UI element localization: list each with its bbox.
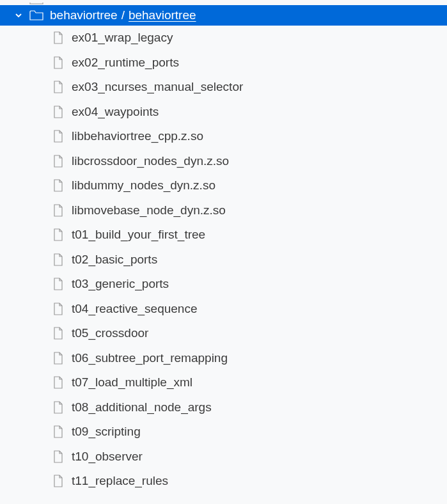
tree-file-row[interactable]: t01_build_your_first_tree [0,223,447,248]
file-label: t06_subtree_port_remapping [72,351,228,365]
chevron-down-icon [13,10,24,21]
breadcrumb-segment[interactable]: behaviortree [129,8,196,22]
file-icon [52,400,64,414]
tree-file-row[interactable]: t03_generic_ports [0,272,447,297]
file-label: ex02_runtime_ports [72,56,179,70]
file-icon [52,302,64,316]
folder-icon [29,10,43,21]
file-icon [52,178,64,193]
file-label: ex03_ncurses_manual_selector [72,80,243,94]
tree-file-row[interactable]: libbehaviortree_cpp.z.so [0,124,447,149]
file-label: libcrossdoor_nodes_dyn.z.so [72,154,229,168]
file-label: ex04_waypoints [72,105,159,119]
file-icon [52,474,64,488]
file-label: t08_additional_node_args [72,400,212,414]
file-icon [52,154,64,168]
tree-file-row[interactable]: libdummy_nodes_dyn.z.so [0,173,447,198]
file-label: libbehaviortree_cpp.z.so [72,129,203,143]
file-tree: behaviortree/behaviortree ex01_wrap_lega… [0,0,447,494]
file-icon [52,450,64,464]
tree-file-row[interactable]: libcrossdoor_nodes_dyn.z.so [0,149,447,174]
tree-file-row[interactable]: t06_subtree_port_remapping [0,346,447,371]
file-label: libdummy_nodes_dyn.z.so [72,178,216,193]
file-label: t11_replace_rules [72,474,168,488]
tree-file-row[interactable]: ex04_waypoints [0,100,447,125]
chevron-right-icon [13,3,24,5]
tree-file-row[interactable]: ex02_runtime_ports [0,51,447,75]
tree-file-row[interactable]: ex01_wrap_legacy [0,26,447,51]
tree-folder-row-selected[interactable]: behaviortree/behaviortree [0,5,447,26]
breadcrumb-segment[interactable]: behaviortree [50,8,118,22]
file-icon [52,351,64,365]
tree-file-row[interactable]: ex03_ncurses_manual_selector [0,75,447,100]
file-label: ex01_wrap_legacy [72,31,173,45]
file-icon [52,228,64,242]
tree-file-row[interactable]: t07_load_multiple_xml [0,370,447,395]
file-label: t05_crossdoor [72,326,148,340]
breadcrumb: behaviortree/behaviortree [50,8,196,22]
file-icon [52,425,64,439]
tree-file-row[interactable]: t11_replace_rules [0,469,447,494]
file-icon [52,129,64,143]
tree-file-row[interactable]: libmovebase_node_dyn.z.so [0,198,447,223]
file-icon [52,203,64,217]
file-icon [52,31,64,45]
file-label: t02_basic_ports [72,253,157,267]
file-icon [52,56,64,70]
tree-file-row[interactable]: t04_reactive_sequence [0,297,447,322]
file-icon [52,326,64,340]
tree-file-row[interactable]: t08_additional_node_args [0,395,447,420]
file-list: ex01_wrap_legacyex02_runtime_portsex03_n… [0,26,447,494]
file-icon [52,253,64,267]
file-label: t09_scripting [72,425,141,439]
file-label: libmovebase_node_dyn.z.so [72,203,226,217]
file-label: t10_observer [72,450,143,464]
file-label: t04_reactive_sequence [72,302,197,316]
tree-file-row[interactable]: t09_scripting [0,420,447,445]
tree-file-row[interactable]: t05_crossdoor [0,321,447,346]
file-icon [52,80,64,94]
file-icon [52,105,64,119]
folder-icon [29,3,43,5]
file-label: t01_build_your_first_tree [72,228,205,242]
file-icon [52,375,64,390]
breadcrumb-separator: / [122,8,125,22]
file-icon [52,277,64,291]
tree-file-row[interactable]: t10_observer [0,445,447,469]
tree-file-row[interactable]: t02_basic_ports [0,248,447,272]
file-label: t03_generic_ports [72,277,169,291]
file-label: t07_load_multiple_xml [72,375,192,390]
